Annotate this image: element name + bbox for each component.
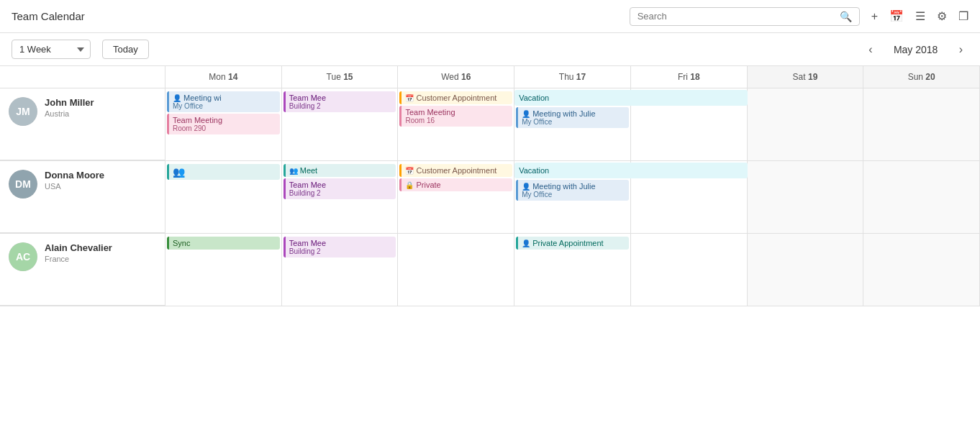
day-cell-1-0[interactable]: 👥 (165, 161, 282, 233)
calendar-body: JM John Miller Austria 👤Meeting wiMy Off… (0, 88, 980, 438)
search-input[interactable] (638, 11, 837, 22)
days-area-0: 👤Meeting wiMy OfficeTeam MeetingRoom 290… (165, 88, 980, 160)
search-box[interactable]: 🔍 (630, 7, 860, 26)
day-header-sun: Sun 20 (863, 66, 980, 88)
day-cell-2-6[interactable] (863, 234, 980, 306)
day-cell-0-2[interactable]: 📅Customer AppointmentTeam MeetingRoom 16 (398, 88, 514, 160)
person-row-2: AC Alain Chevalier France SyncTeam MeeBu… (0, 234, 980, 306)
avatar-2: AC (9, 242, 37, 271)
event-item[interactable]: 👤​Private Appointment (516, 237, 629, 250)
avatar-1: DM (9, 170, 37, 199)
header: Team Calendar 🔍 + 📅 ☰ ⚙ ❐ (0, 0, 980, 33)
search-icon: 🔍 (840, 11, 852, 22)
calendar: Mon 14Tue 15Wed 16Thu 17Fri 18Sat 19Sun … (0, 66, 980, 438)
avatar-0: JM (9, 97, 37, 126)
day-header-wed: Wed 16 (398, 66, 514, 88)
event-item[interactable]: Team MeetingRoom 290 (167, 114, 280, 134)
day-cell-0-1[interactable]: Team MeeBuilding 2 (282, 88, 399, 160)
event-item[interactable]: 📅Customer Appointment (399, 164, 512, 177)
checklist-icon[interactable]: ☰ (915, 9, 925, 23)
week-select[interactable]: 1 Week 2 Weeks 1 Month (12, 40, 91, 59)
day-cell-1-5[interactable] (748, 161, 864, 233)
person-name-0: John Miller (45, 97, 94, 108)
today-button[interactable]: Today (102, 40, 149, 59)
day-cell-1-6[interactable] (863, 161, 980, 233)
day-header-fri: Fri 18 (631, 66, 748, 88)
event-item[interactable]: 👥Meet (283, 164, 396, 177)
day-cell-2-3[interactable]: 👤​Private Appointment (514, 234, 631, 306)
settings-icon[interactable]: ⚙ (937, 9, 947, 23)
person-details-1: Donna Moore USA (45, 170, 104, 191)
person-details-0: John Miller Austria (45, 97, 94, 118)
person-name-2: Alain Chevalier (45, 242, 112, 253)
event-item[interactable]: 👥 (167, 164, 280, 180)
person-info-1: DM Donna Moore USA (0, 161, 165, 233)
person-info-0: JM John Miller Austria (0, 88, 165, 160)
day-headers: Mon 14Tue 15Wed 16Thu 17Fri 18Sat 19Sun … (0, 66, 980, 88)
event-item[interactable]: 🔒Private (399, 178, 512, 191)
day-cell-0-6[interactable] (863, 88, 980, 160)
day-cell-2-0[interactable]: Sync (165, 234, 282, 306)
app-title: Team Calendar (12, 10, 85, 22)
day-header-sat: Sat 19 (748, 66, 864, 88)
days-area-1: 👥👥MeetTeam MeeBuilding 2📅Customer Appoin… (165, 161, 980, 233)
day-cell-1-2[interactable]: 📅Customer Appointment🔒Private (398, 161, 514, 233)
rows-container: JM John Miller Austria 👤Meeting wiMy Off… (0, 88, 980, 438)
event-item[interactable]: Team MeeBuilding 2 (283, 237, 396, 257)
header-icons: + 📅 ☰ ⚙ ❐ (871, 9, 968, 23)
person-info-2: AC Alain Chevalier France (0, 234, 165, 306)
vacation-bar-1[interactable]: Vacation (514, 163, 747, 178)
day-cell-0-5[interactable] (748, 88, 864, 160)
day-header-tue: Tue 15 (282, 66, 399, 88)
toolbar: 1 Week 2 Weeks 1 Month Today ‹ May 2018 … (0, 33, 980, 66)
event-item[interactable]: Team MeeBuilding 2 (283, 91, 396, 112)
event-item[interactable]: Team MeeBuilding 2 (283, 178, 396, 199)
person-row-0: JM John Miller Austria 👤Meeting wiMy Off… (0, 88, 980, 161)
next-button[interactable]: › (953, 40, 968, 59)
vacation-bar-0[interactable]: Vacation (514, 90, 747, 106)
header-spacer (0, 66, 165, 88)
event-item[interactable]: 👤Meeting with JulieMy Office (516, 180, 629, 201)
add-icon[interactable]: + (871, 10, 878, 23)
expand-icon[interactable]: ❐ (958, 9, 968, 23)
event-item[interactable]: 📅Customer Appointment (399, 91, 512, 104)
person-country-2: France (45, 255, 112, 263)
day-header-mon: Mon 14 (165, 66, 282, 88)
day-cell-1-1[interactable]: 👥MeetTeam MeeBuilding 2 (282, 161, 399, 233)
person-name-1: Donna Moore (45, 170, 104, 181)
day-cell-2-2[interactable] (398, 234, 514, 306)
event-item[interactable]: Team MeetingRoom 16 (399, 106, 512, 127)
day-cell-2-5[interactable] (748, 234, 864, 306)
calendar-add-icon[interactable]: 📅 (889, 9, 904, 23)
prev-button[interactable]: ‹ (863, 40, 878, 59)
day-header-row: Mon 14Tue 15Wed 16Thu 17Fri 18Sat 19Sun … (165, 66, 980, 88)
person-row-1: DM Donna Moore USA 👥👥MeetTeam MeeBuildin… (0, 161, 980, 234)
person-country-0: Austria (45, 109, 94, 118)
person-details-2: Alain Chevalier France (45, 242, 112, 263)
day-cell-0-0[interactable]: 👤Meeting wiMy OfficeTeam MeetingRoom 290 (165, 88, 282, 160)
nav-section: ‹ May 2018 › (863, 40, 968, 59)
month-label: May 2018 (887, 44, 945, 55)
day-cell-2-1[interactable]: Team MeeBuilding 2 (282, 234, 399, 306)
day-cell-2-4[interactable] (631, 234, 748, 306)
event-item[interactable]: 👤Meeting with JulieMy Office (516, 107, 629, 128)
event-item[interactable]: 👤Meeting wiMy Office (167, 91, 280, 112)
person-country-1: USA (45, 182, 104, 191)
days-area-2: SyncTeam MeeBuilding 2👤​Private Appointm… (165, 234, 980, 306)
day-header-thu: Thu 17 (514, 66, 631, 88)
event-item[interactable]: Sync (167, 237, 280, 250)
